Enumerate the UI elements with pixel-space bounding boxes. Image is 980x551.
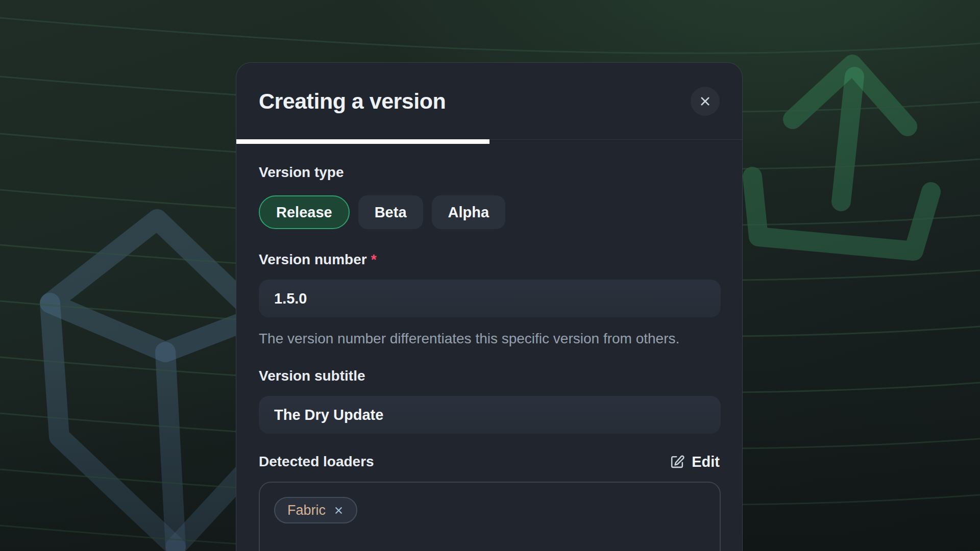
progress-fill <box>236 139 489 144</box>
close-button[interactable] <box>691 87 720 116</box>
x-icon[interactable] <box>333 505 344 516</box>
version-type-label: Version type <box>259 164 720 181</box>
x-icon <box>698 94 712 108</box>
dialog-header: Creating a version <box>236 63 742 139</box>
edit-loaders-button[interactable]: Edit <box>669 454 720 470</box>
version-type-options: Release Beta Alpha <box>259 195 720 229</box>
version-type-option-beta[interactable]: Beta <box>358 195 423 229</box>
detected-loaders-box: Fabric <box>259 482 721 551</box>
version-type-option-alpha[interactable]: Alpha <box>432 195 506 229</box>
square-pen-icon <box>669 454 685 470</box>
dialog-body: Version type Release Beta Alpha Version … <box>236 164 742 551</box>
detected-loaders-row: Detected loaders Edit <box>259 453 720 470</box>
loader-chip-label: Fabric <box>287 503 326 518</box>
version-subtitle-label: Version subtitle <box>259 367 720 385</box>
detected-loaders-label: Detected loaders <box>259 453 374 470</box>
version-subtitle-input[interactable]: The Dry Update <box>259 396 721 434</box>
edit-button-label: Edit <box>692 454 720 470</box>
version-number-help-text: The version number differentiates this s… <box>259 328 718 350</box>
create-version-dialog: Creating a version Version type Release … <box>236 62 743 551</box>
version-number-label: Version number* <box>259 251 720 268</box>
version-number-input[interactable]: 1.5.0 <box>259 280 721 317</box>
version-type-option-release[interactable]: Release <box>259 195 350 229</box>
loader-chip-fabric[interactable]: Fabric <box>274 497 357 523</box>
dialog-title: Creating a version <box>259 89 446 114</box>
wizard-progress-bar <box>236 139 742 144</box>
required-marker: * <box>371 252 377 267</box>
